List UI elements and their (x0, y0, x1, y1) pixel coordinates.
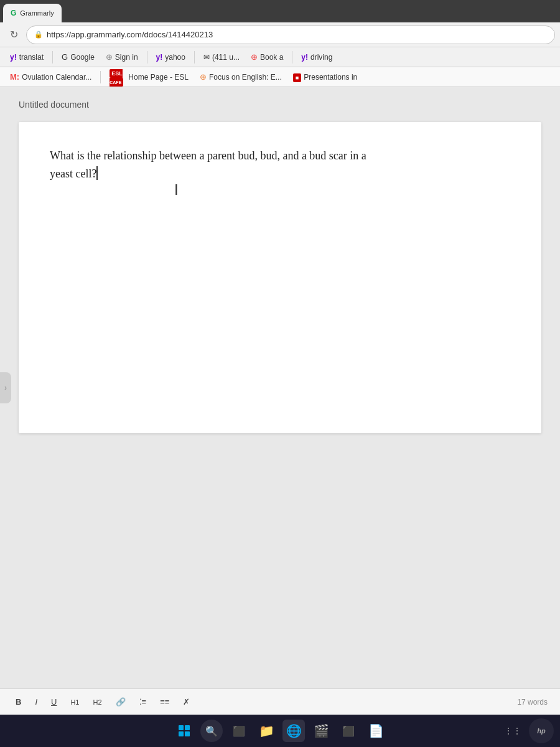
h1-button[interactable]: H1 (67, 697, 82, 708)
site-label-esl: Home Page - ESL (128, 73, 189, 82)
taskbar-browser[interactable]: 🌐 (282, 720, 305, 742)
taskbar-taskview[interactable]: ⬛ (228, 720, 250, 742)
site-sep-1 (100, 71, 101, 83)
site-label-presentations: Presentations in (304, 73, 357, 82)
system-tray-icon: ⋮⋮ (504, 726, 521, 736)
formatting-toolbar: B I U H1 H2 🔗 ⁚≡ ≡≡ ✗ 17 words (0, 688, 560, 715)
bookmark-label-translate: translat (19, 53, 44, 62)
main-content: › Untitled document What is the relation… (0, 87, 560, 715)
bookmark-sep-4 (292, 51, 292, 63)
site-favicon-ovulation: M: (10, 72, 19, 82)
bookmark-favicon-yahoo: y! (156, 53, 163, 62)
app2-icon: 📄 (368, 723, 384, 738)
site-favicon-focus: ⊕ (200, 72, 207, 82)
bookmark-favicon-booka: ⊕ (251, 52, 258, 62)
site-bookmarks-bar: M: Ovulation Calendar... ESLCAFE Home Pa… (0, 67, 560, 87)
italic-button[interactable]: I (32, 695, 40, 708)
bookmark-sep-3 (194, 51, 195, 63)
windows-logo (179, 725, 190, 736)
bookmark-label-google: Google (70, 53, 95, 62)
browser-tab-bar: G Grammarly (0, 0, 560, 22)
search-icon: 🔍 (205, 725, 218, 737)
site-bookmark-ovulation[interactable]: M: Ovulation Calendar... (5, 70, 96, 83)
site-favicon-presentations: ■ (293, 73, 301, 82)
bookmark-favicon-translate: y! (10, 53, 17, 62)
taskbar-search-button[interactable]: 🔍 (200, 720, 223, 742)
browser-icon: 🌐 (286, 723, 302, 738)
taskbar-hp-icon[interactable]: hp (529, 718, 554, 743)
text-cursor (96, 166, 98, 180)
refresh-button[interactable]: ↻ (5, 26, 22, 44)
site-label-ovulation: Ovulation Calendar... (22, 73, 91, 82)
document-title: Untitled document (19, 100, 541, 110)
active-browser-tab[interactable]: G Grammarly (3, 4, 62, 22)
bookmark-label-signin: Sign in (115, 53, 138, 62)
address-bar[interactable]: 🔒 https://app.grammarly.com/ddocs/141442… (26, 26, 555, 44)
document-area: › Untitled document What is the relation… (0, 87, 560, 688)
hp-logo: hp (537, 727, 545, 735)
tab-label: Grammarly (20, 9, 54, 17)
word-count: 17 words (517, 698, 548, 707)
windows-start-button[interactable] (173, 720, 195, 742)
bookmark-yahoo[interactable]: y! yahoo (151, 51, 190, 63)
lock-icon: 🔒 (34, 31, 43, 39)
media-icon: 🎬 (314, 723, 329, 738)
address-text: https://app.grammarly.com/ddocs/14144202… (47, 30, 213, 39)
bookmark-signin[interactable]: ⊕ Sign in (101, 50, 143, 63)
i-beam-cursor: I (174, 181, 179, 199)
tab-favicon: G (11, 9, 16, 17)
bookmark-favicon-signin: ⊕ (106, 52, 113, 62)
bookmark-favicon-google: G (62, 52, 68, 62)
link-button[interactable]: 🔗 (113, 695, 129, 708)
document-text: What is the relationship between a paren… (50, 147, 510, 183)
underline-button[interactable]: U (48, 695, 60, 708)
site-bookmark-presentations[interactable]: ■ Presentations in (288, 71, 363, 83)
unordered-list-button[interactable]: ≡≡ (157, 695, 172, 708)
bookmark-favicon-411: ✉ (203, 53, 210, 62)
bookmark-booka[interactable]: ⊕ Book a (246, 50, 288, 63)
bookmark-label-driving: driving (310, 53, 332, 62)
site-label-focus: Focus on English: E... (209, 73, 282, 82)
taskbar-system-tray[interactable]: ⋮⋮ (502, 720, 524, 742)
bold-button[interactable]: B (12, 695, 24, 708)
taskview-icon: ⬛ (233, 725, 245, 737)
bookmark-label-booka: Book a (260, 53, 283, 62)
bookmark-sep-2 (147, 51, 147, 63)
taskbar-app1[interactable]: ⬛ (337, 720, 360, 742)
bookmark-label-411: (411 u... (212, 53, 240, 62)
bookmark-google[interactable]: G Google (57, 50, 100, 63)
site-bookmark-focus[interactable]: ⊕ Focus on English: E... (195, 70, 287, 83)
bookmark-driving[interactable]: y! driving (296, 51, 337, 63)
file-explorer-icon: 📁 (259, 723, 274, 738)
bookmark-sep-1 (52, 51, 53, 63)
document-text-line1: What is the relationship between a paren… (50, 149, 366, 162)
app1-icon: ⬛ (342, 725, 355, 737)
bookmark-411[interactable]: ✉ (411 u... (198, 51, 245, 63)
bookmark-translate[interactable]: y! translat (5, 51, 49, 63)
ordered-list-button[interactable]: ⁚≡ (136, 695, 150, 708)
sidebar-toggle[interactable]: › (0, 372, 11, 403)
taskbar-app2[interactable]: 📄 (365, 720, 387, 742)
clear-format-button[interactable]: ✗ (180, 695, 193, 708)
taskbar-file-explorer[interactable]: 📁 (255, 720, 278, 742)
site-bookmark-esl[interactable]: ESLCAFE Home Page - ESL (105, 67, 194, 87)
h2-button[interactable]: H2 (90, 697, 105, 708)
taskbar-right-area: ⋮⋮ hp (502, 718, 554, 743)
bookmark-label-yahoo: yahoo (165, 53, 185, 62)
address-bar-row: ↻ 🔒 https://app.grammarly.com/ddocs/1414… (0, 22, 560, 47)
bookmarks-bar: y! translat G Google ⊕ Sign in y! yahoo … (0, 47, 560, 67)
site-favicon-esl: ESLCAFE (110, 68, 123, 86)
document-text-line2: yeast cell? (50, 167, 98, 180)
taskbar-media[interactable]: 🎬 (310, 720, 332, 742)
windows-taskbar: 🔍 ⬛ 📁 🌐 🎬 ⬛ 📄 ⋮⋮ hp (0, 715, 560, 747)
bookmark-favicon-driving: y! (301, 53, 308, 62)
document-body[interactable]: What is the relationship between a paren… (19, 122, 541, 433)
